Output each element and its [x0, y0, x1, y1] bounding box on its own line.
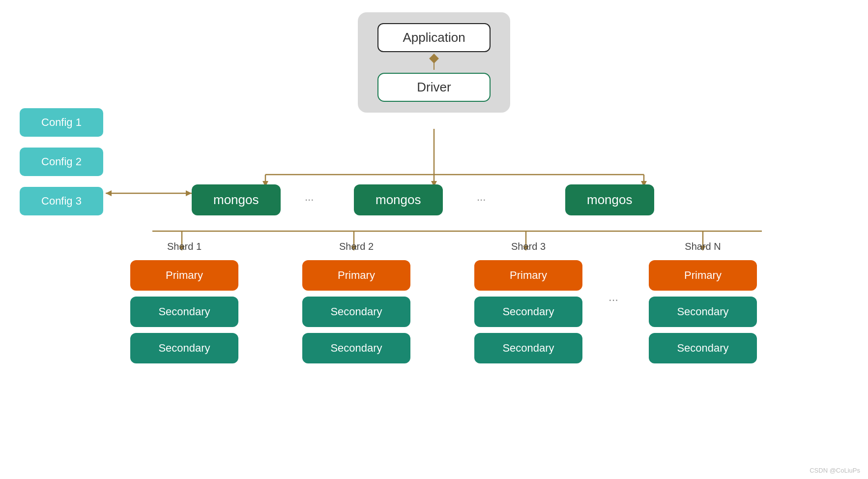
shard-3-label: Shard 3	[511, 241, 546, 252]
dots-1: ...	[305, 191, 314, 204]
diamond-icon	[429, 54, 439, 63]
shard-n-label: Shard N	[685, 241, 721, 252]
shard-1-secondary-2: Secondary	[130, 333, 238, 363]
mongos-2-box: mongos	[354, 184, 443, 215]
shard-3-secondary-1: Secondary	[474, 297, 582, 327]
dots-2: ...	[477, 191, 486, 204]
shard-3-secondary-2: Secondary	[474, 333, 582, 363]
mongos-3-box: mongos	[565, 184, 654, 215]
diagram-container: Application Driver Config 1 Config 2 Con…	[0, 0, 868, 479]
shard-n-col: Shard N Primary Secondary Secondary	[644, 241, 762, 363]
svg-marker-9	[106, 190, 112, 196]
driver-label: Driver	[417, 80, 451, 94]
shard-1-col: Shard 1 Primary Secondary Secondary	[125, 241, 243, 363]
app-driver-group: Application Driver	[358, 12, 510, 113]
shard-3-primary: Primary	[474, 260, 582, 291]
application-label: Application	[403, 30, 465, 45]
shard-2-secondary-2: Secondary	[302, 333, 410, 363]
shard-2-col: Shard 2 Primary Secondary Secondary	[297, 241, 415, 363]
config-3-label: Config 3	[41, 195, 82, 207]
shard-2-secondary-1: Secondary	[302, 297, 410, 327]
config-3-box: Config 3	[20, 187, 103, 215]
shard-1-secondary-1: Secondary	[130, 297, 238, 327]
mongos-2-label: mongos	[376, 192, 421, 207]
config-1-label: Config 1	[41, 116, 82, 128]
shard-dots: ...	[608, 290, 618, 304]
config-1-box: Config 1	[20, 108, 103, 137]
shard-2-primary: Primary	[302, 260, 410, 291]
shard-1-label: Shard 1	[167, 241, 202, 252]
shard-n-primary: Primary	[649, 260, 757, 291]
shard-3-col: Shard 3 Primary Secondary Secondary	[469, 241, 587, 363]
driver-box: Driver	[377, 73, 491, 102]
shard-n-secondary-2: Secondary	[649, 333, 757, 363]
application-box: Application	[377, 23, 491, 52]
mongos-3-label: mongos	[587, 192, 633, 207]
svg-marker-10	[186, 190, 192, 196]
watermark: CSDN @CoLiuPs	[810, 467, 860, 474]
config-2-box: Config 2	[20, 148, 103, 176]
shard-n-secondary-1: Secondary	[649, 297, 757, 327]
shard-1-primary: Primary	[130, 260, 238, 291]
shard-2-label: Shard 2	[339, 241, 374, 252]
config-2-label: Config 2	[41, 155, 82, 168]
config-group: Config 1 Config 2 Config 3	[20, 108, 103, 215]
mongos-1-label: mongos	[213, 192, 259, 207]
mongos-1-box: mongos	[192, 184, 281, 215]
